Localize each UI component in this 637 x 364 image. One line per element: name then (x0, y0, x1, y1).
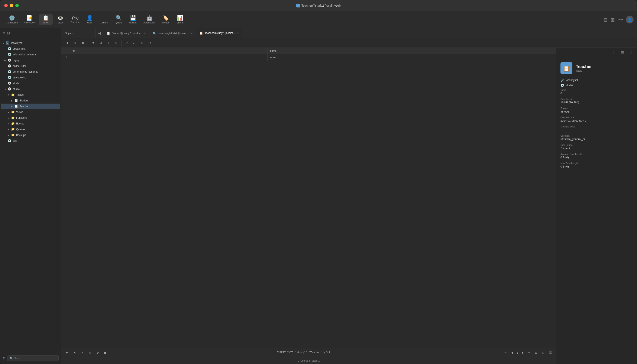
charts-icon: 📊 (177, 15, 183, 20)
user-avatar[interactable]: 👤 (626, 16, 634, 24)
info-table-name: Teacher (576, 64, 592, 69)
tab-teacher-query[interactable]: 🔍 Teacher@study2 (localm... ✕ (150, 28, 196, 38)
toolbar-charts[interactable]: 📊 Charts (173, 14, 187, 25)
tab-close-btn[interactable]: ✕ (237, 32, 239, 34)
view-icon: 👁️ (57, 15, 64, 20)
name-cell[interactable]: Anna (268, 54, 556, 61)
prev-page-btn[interactable]: ◀ (509, 350, 514, 355)
sidebar-item-student[interactable]: ▶ 📋 Student (1, 98, 60, 103)
sidebar-item-online-order[interactable]: 💿 onlineOrder (1, 63, 60, 69)
stop-btn[interactable]: ◼ (102, 350, 108, 356)
sidebar-item-backups[interactable]: ▶ 📁 Backups (1, 132, 60, 138)
sidebar-item-queries[interactable]: ▶ 📁 Queries (1, 126, 60, 132)
sort-btn[interactable]: ↕ (105, 40, 112, 46)
refresh-btn[interactable]: ↩ (123, 40, 130, 46)
maximize-button[interactable] (15, 4, 19, 7)
records-info-text: 0 records in page 1 (298, 359, 320, 362)
close-button[interactable] (4, 4, 8, 7)
sidebar-item-mysql[interactable]: ▶ 💿 mysql (1, 58, 60, 63)
toolbar-connection[interactable]: ⚙️ Connection (4, 14, 20, 25)
created-date-label: Created Date (560, 116, 633, 119)
page-settings-btn[interactable]: ⚙ (533, 350, 539, 356)
add-record-btn[interactable]: ✚ (64, 350, 70, 356)
next-page-btn[interactable]: ▶ (520, 350, 525, 355)
toolbar-user[interactable]: 👤 User (83, 14, 96, 25)
tab-teacher-table[interactable]: 📋 Teacher@study2 (localm... ✕ (196, 28, 242, 38)
toolbar-view[interactable]: 👁️ View (54, 14, 67, 25)
indexes-btn[interactable]: ⊞ (628, 50, 634, 56)
confirm-btn[interactable]: ✓ (79, 350, 85, 356)
cancel-record-btn[interactable]: ✕ (87, 350, 93, 356)
toolbar-new-query[interactable]: 📝 New Query (21, 14, 38, 25)
sidebar-item-study[interactable]: 💿 study (1, 80, 60, 86)
sidebar-item-teacher[interactable]: ▶ 📋 Teacher (1, 104, 60, 109)
pagination: ⇐ ◀ 1 ▶ ⇒ ⚙ ⊞ ☰ (503, 350, 554, 356)
data-length-label: Data Length (560, 98, 633, 100)
sidebar-settings-btn[interactable]: ⚙ (2, 356, 6, 360)
sidebar-item-views[interactable]: ▶ 📁 Views (1, 109, 60, 115)
sidebar-item-performance-schema[interactable]: 💿 performance_schema (1, 69, 60, 74)
tab-query-icon: 🔍 (153, 32, 156, 35)
export-btn[interactable]: ⬆ (90, 40, 96, 46)
toolbar-others[interactable]: ⋯ Others (98, 14, 111, 25)
sidebar-item-functions[interactable]: ▶ 📁 Functions (1, 115, 60, 120)
sidebar-item-ebean[interactable]: 💿 ebean_test (1, 46, 60, 52)
sidebar-toggle-icon[interactable]: ▤ (602, 16, 608, 23)
chart-btn[interactable]: ⬡ (146, 40, 153, 46)
data-table: tid name 1 Anna (62, 48, 556, 61)
sidebar-header: ⊕ ⊟ (0, 28, 61, 38)
tab-student[interactable]: 📋 Student@study2 (localm... ✕ (103, 28, 150, 38)
sidebar-item-sys[interactable]: 💿 sys (1, 138, 60, 144)
root-db-icon: 🗄️ (6, 41, 10, 45)
sidebar-item-staybooking[interactable]: 💿 staybooking (1, 75, 60, 80)
name-column-header[interactable]: name (268, 48, 556, 54)
toolbar-function[interactable]: ƒ(x) Function (68, 14, 82, 25)
add-row-btn[interactable]: ✚ (64, 40, 71, 46)
sidebar-item-events[interactable]: ▶ 📁 Events (1, 121, 60, 126)
tab-close-btn[interactable]: ✕ (144, 32, 146, 35)
last-page-btn[interactable]: ⇒ (526, 350, 532, 355)
copy-row-btn[interactable]: ⎘ (72, 40, 78, 46)
info-btn[interactable]: ℹ (610, 50, 618, 56)
tid-column-header[interactable]: tid (70, 48, 268, 54)
field-edit-btn[interactable]: ✏ (138, 40, 146, 46)
sidebar-collapse-btn[interactable]: ⊟ (7, 31, 10, 35)
list-mode-btn[interactable]: ☰ (548, 350, 554, 356)
minimize-button[interactable] (10, 4, 13, 7)
delete-row-btn[interactable]: ✖ (79, 40, 86, 46)
sidebar-add-btn[interactable]: ⊕ (2, 31, 5, 35)
info-panel: ℹ ☰ ⊞ 📋 Teacher Table (556, 48, 637, 364)
toolbar-query[interactable]: 🔍 Query (112, 14, 126, 25)
others-label: Others (100, 21, 108, 24)
tabs-back-btn[interactable]: ◀ (96, 28, 103, 38)
sidebar-item-tables[interactable]: ▼ 📁 Tables (1, 92, 60, 98)
tab-objects[interactable]: Objects (62, 28, 96, 38)
tid-cell[interactable] (70, 54, 268, 61)
grid-mode-btn[interactable]: ⊞ (540, 350, 546, 356)
first-page-btn[interactable]: ⇐ (503, 350, 508, 355)
delete-record-btn[interactable]: ✖ (72, 350, 78, 356)
sidebar-item-information-schema[interactable]: 💿 information_schema (1, 52, 60, 57)
reload-btn[interactable]: ↻ (95, 350, 100, 356)
back-btn[interactable]: ↩ (131, 40, 138, 46)
panel-toggle-icon[interactable]: ▦ (610, 16, 616, 23)
table-row[interactable]: 1 Anna (62, 54, 556, 61)
toolbar-model[interactable]: 🏷️ Model (159, 14, 172, 25)
toolbar-backup[interactable]: 💾 Backup (126, 14, 140, 25)
grid-view-btn[interactable]: ⊞ (113, 40, 120, 46)
tab-close-btn[interactable]: ✕ (190, 32, 192, 35)
tabs-bar: Objects ◀ 📋 Student@study2 (localm... ✕ … (62, 28, 637, 38)
sidebar-item-label: sys (13, 140, 17, 142)
view-label: View (58, 21, 63, 24)
sidebar-item-study2[interactable]: ▼ 💿 study2 (1, 86, 60, 92)
others-icon: ⋯ (102, 15, 107, 20)
db-icon: 💿 (8, 47, 12, 51)
folder-icon: 📁 (11, 133, 15, 137)
sidebar-item-localmysql[interactable]: ▼ 🗄️ localmysql (1, 40, 60, 46)
toolbar-table[interactable]: 📋 Table (39, 14, 53, 25)
filter-btn[interactable]: ⊿ (98, 40, 104, 46)
toolbar-automation[interactable]: 🤖 Automation (141, 14, 158, 25)
search-box[interactable]: 🔍 Search (7, 355, 59, 361)
columns-btn[interactable]: ☰ (619, 50, 626, 56)
info-engine: Engine InnoDB (560, 107, 633, 113)
